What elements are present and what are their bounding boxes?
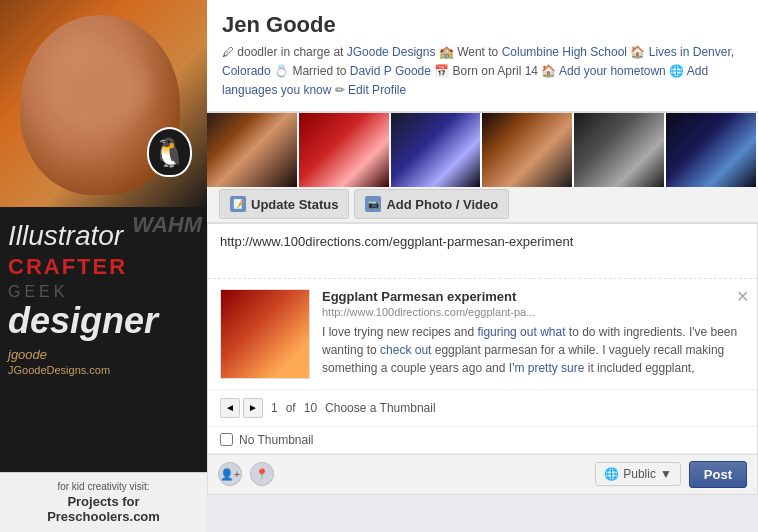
add-photo-tab[interactable]: 📷 Add Photo / Video	[354, 189, 509, 219]
footer-line3: Preschoolers.com	[10, 509, 197, 524]
photo-strip-item-5[interactable]	[574, 113, 666, 187]
sidebar-branding: WAHM Illustrator CRAFTER GEEK designer j…	[0, 207, 207, 472]
globe-icon: 🌐	[604, 467, 619, 481]
bio-born-text: Born on April 14	[453, 64, 538, 78]
prev-thumbnail-button[interactable]: ◄	[220, 398, 240, 418]
thumbnail-current: 1	[271, 401, 278, 415]
privacy-label: Public	[623, 467, 656, 481]
photo-strip-item-6[interactable]	[666, 113, 758, 187]
profile-photo-area	[0, 0, 207, 207]
bio-doodler-text: doodler in charge at	[237, 45, 346, 59]
action-tabs: 📝 Update Status 📷 Add Photo / Video	[207, 187, 758, 223]
footer-line1: for kid creativity visit:	[10, 481, 197, 492]
bio-lang-icon: 🌐	[669, 64, 687, 78]
post-url-text[interactable]: http://www.100directions.com/eggplant-pa…	[220, 234, 745, 249]
chevron-down-icon: ▼	[660, 467, 672, 481]
update-status-label: Update Status	[251, 197, 338, 212]
bio-school-icon: 🏫	[439, 45, 457, 59]
post-footer: 👤+ 📍 🌐 Public ▼ Post	[208, 454, 757, 494]
post-input-area[interactable]: http://www.100directions.com/eggplant-pa…	[208, 224, 757, 279]
preview-image	[220, 289, 310, 379]
photo-strip-item-1[interactable]	[207, 113, 299, 187]
update-status-icon: 📝	[230, 196, 246, 212]
profile-name: Jen Goode	[222, 12, 743, 38]
choose-thumbnail-label: Choose a Thumbnail	[325, 401, 436, 415]
sidebar-footer: for kid creativity visit: Projects for P…	[0, 472, 207, 532]
penguin-logo	[147, 127, 192, 177]
add-photo-icon: 📷	[365, 196, 381, 212]
footer-line2: Projects for	[10, 494, 197, 509]
bio-add-hometown[interactable]: Add your hometown	[559, 64, 666, 78]
bio-edit-profile[interactable]: Edit Profile	[348, 83, 406, 97]
bio-jgoode-link[interactable]: JGoode Designs	[347, 45, 436, 59]
preview-description: I love trying new recipes and figuring o…	[322, 323, 745, 377]
post-footer-right: 🌐 Public ▼ Post	[595, 461, 747, 488]
bio-married-icon: 💍	[274, 64, 292, 78]
update-status-tab[interactable]: 📝 Update Status	[219, 189, 349, 219]
photo-strip-item-2[interactable]	[299, 113, 391, 187]
bio-lives-in[interactable]: Lives in	[649, 45, 690, 59]
privacy-dropdown[interactable]: 🌐 Public ▼	[595, 462, 681, 486]
photo-strip	[207, 112, 758, 187]
bio-lives-icon: 🏠	[630, 45, 648, 59]
no-thumbnail-checkbox[interactable]	[220, 433, 233, 446]
post-box: http://www.100directions.com/eggplant-pa…	[207, 223, 758, 495]
bio-edit-icon: ✏	[335, 83, 348, 97]
add-person-button[interactable]: 👤+	[218, 462, 242, 486]
jgoode-url: JGoodeDesigns.com	[8, 364, 199, 376]
jgoode-script: jgoode	[8, 347, 199, 362]
preview-content: Eggplant Parmesan experiment http://www.…	[322, 289, 745, 379]
crafter-text: CRAFTER	[8, 254, 199, 280]
preview-title: Eggplant Parmesan experiment	[322, 289, 745, 304]
add-photo-label: Add Photo / Video	[386, 197, 498, 212]
main-content: Jen Goode 🖊 doodler in charge at JGoode …	[207, 0, 758, 532]
location-button[interactable]: 📍	[250, 462, 274, 486]
geek-text: GEEK	[8, 283, 199, 301]
profile-bio: 🖊 doodler in charge at JGoode Designs 🏫 …	[222, 43, 743, 101]
no-thumbnail-row: No Thumbnail	[208, 427, 757, 454]
bio-married-to: Married to	[292, 64, 349, 78]
thumbnail-nav: ◄ ►	[220, 398, 263, 418]
profile-header: Jen Goode 🖊 doodler in charge at JGoode …	[207, 0, 758, 112]
thumbnail-total: 10	[304, 401, 317, 415]
photo-strip-item-3[interactable]	[391, 113, 483, 187]
thumbnail-separator: of	[286, 401, 296, 415]
bio-school-link[interactable]: Columbine High School	[502, 45, 627, 59]
wahm-text: WAHM	[132, 212, 202, 238]
sidebar: WAHM Illustrator CRAFTER GEEK designer j…	[0, 0, 207, 532]
post-footer-left: 👤+ 📍	[218, 462, 274, 486]
close-preview-button[interactable]: ✕	[736, 287, 749, 306]
bio-hometown-icon: 🏠	[541, 64, 559, 78]
bio-born-icon: 📅	[434, 64, 452, 78]
preview-url: http://www.100directions.com/eggplant-pa…	[322, 306, 745, 318]
bio-doodler-icon: 🖊	[222, 45, 234, 59]
no-thumbnail-label: No Thumbnail	[239, 433, 313, 447]
next-thumbnail-button[interactable]: ►	[243, 398, 263, 418]
post-preview: Eggplant Parmesan experiment http://www.…	[208, 279, 757, 390]
post-button[interactable]: Post	[689, 461, 747, 488]
bio-spouse-link[interactable]: David P Goode	[350, 64, 431, 78]
photo-strip-item-4[interactable]	[482, 113, 574, 187]
thumbnail-controls: ◄ ► 1 of 10 Choose a Thumbnail	[208, 390, 757, 427]
designer-text: designer	[8, 303, 199, 339]
bio-went-to: Went to	[457, 45, 501, 59]
